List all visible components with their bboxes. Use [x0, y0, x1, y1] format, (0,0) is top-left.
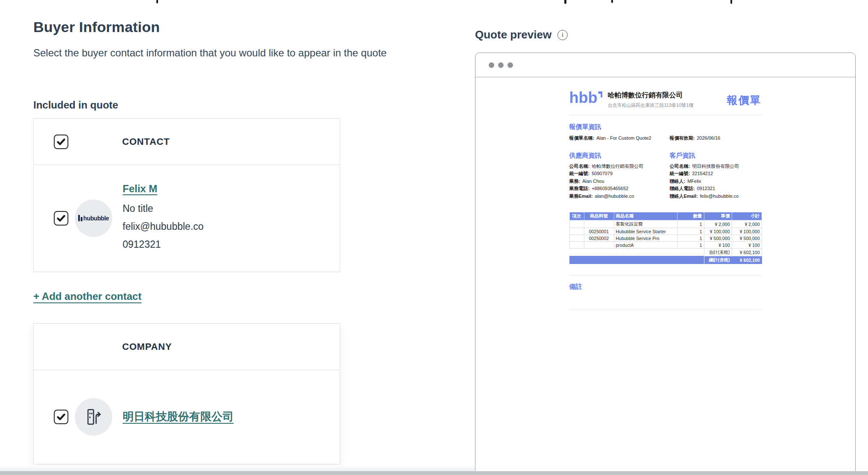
check-icon [56, 213, 66, 223]
customer-heading: 客戶資訊 [670, 152, 762, 160]
quote-validity-field: 報價有效期:2026/06/16 [670, 135, 721, 142]
cropped-text-fragment [564, 0, 566, 4]
supplier-heading: 供應商資訊 [569, 152, 670, 160]
quote-info-heading: 報價單資訊 [569, 123, 762, 131]
table-row: 00250001 Hububble Service Starter 1 ¥ 10… [569, 228, 762, 235]
company-checkbox[interactable] [54, 410, 68, 424]
contact-card-title: CONTACT [122, 136, 170, 147]
cropped-text-fragment [730, 0, 732, 4]
included-in-quote-label: Included in quote [33, 99, 118, 111]
subtotal-row: 合計(未稅) ¥ 602,100 [569, 249, 762, 256]
customer-row: 聯絡人:MFelix [670, 178, 762, 185]
check-icon [56, 137, 66, 147]
info-icon[interactable]: i [557, 30, 568, 40]
supplier-row: 業務:Alan Chou [569, 178, 670, 185]
cropped-text-fragment [156, 0, 158, 3]
content-bottom-shadow [0, 465, 475, 471]
hububble-logo-icon: hububble [78, 215, 109, 221]
contact-group-checkbox[interactable] [54, 135, 68, 149]
quote-name-field: 報價單名稱:Alan - For Custom Quote2 [569, 135, 670, 142]
contact-avatar: hububble [75, 199, 112, 237]
total-row: 總計(含稅) ¥ 602,100 [569, 256, 762, 264]
vendor-name: 哈帕博數位行銷有限公司 [607, 91, 693, 100]
quote-preview-title: Quote preview [475, 28, 551, 41]
contact-phone: 0912321 [123, 235, 204, 253]
hbb-logo-icon: hbb [569, 91, 603, 105]
contact-name-link[interactable]: Felix M [123, 183, 157, 195]
table-row: 客製化設定費 1 ¥ 2,000 ¥ 2,000 [569, 220, 762, 228]
supplier-row: 業務Email:alan@hububble.co [569, 193, 670, 200]
table-row: 00250002 Hububble Service Pro 1 ¥ 500,00… [569, 235, 762, 242]
company-avatar [75, 398, 112, 436]
table-header-row: 項次 商品料號 商品名稱 數量 單價 小計 [569, 212, 762, 220]
quote-document: hbb 哈帕博數位行銷有限公司 台北市松山區民生東路三段113巷10號1樓 報價… [569, 77, 762, 310]
customer-row: 聯絡人電話:0912321 [670, 185, 762, 193]
table-row: productA 1 ¥ 100 ¥ 100 [569, 242, 762, 249]
company-card: COMPANY 明日科技股份有限公司 [33, 323, 340, 464]
supplier-row: 業務電話:+8860935465652 [569, 185, 670, 193]
notes-heading: 備註 [569, 283, 762, 291]
supplier-row: 統一編號:50907079 [569, 170, 670, 178]
page-subtitle: Select the buyer contact information tha… [33, 44, 409, 62]
contact-card-header: CONTACT [34, 119, 340, 165]
company-name-link[interactable]: 明日科技股份有限公司 [123, 409, 234, 424]
add-another-contact-link[interactable]: + Add another contact [33, 290, 141, 302]
company-card-title: COMPANY [122, 341, 172, 352]
horizontal-scrollbar[interactable] [0, 471, 868, 475]
preview-window-bar [475, 53, 855, 77]
customer-row: 聯絡人Email:felix@hububble.co [670, 193, 762, 200]
company-row: 明日科技股份有限公司 [34, 370, 340, 463]
page-title: Buyer Information [33, 19, 160, 35]
building-icon [84, 407, 103, 427]
company-card-header: COMPANY [34, 324, 340, 370]
supplier-row: 公司名稱:哈帕博數位行銷有限公司 [569, 163, 670, 170]
window-dots-icon [489, 62, 513, 68]
contact-email: felix@hububble.co [123, 217, 204, 235]
cropped-text-fragment [611, 0, 613, 3]
contact-checkbox[interactable] [54, 211, 68, 226]
customer-row: 統一編號:22154212 [670, 170, 762, 178]
line-items-table: 項次 商品料號 商品名稱 數量 單價 小計 客製化設定費 1 ¥ 2,000 ¥… [569, 212, 762, 264]
vendor-address: 台北市松山區民生東路三段113巷10號1樓 [607, 102, 693, 108]
contact-card: CONTACT hububble Felix M No title felix@… [33, 118, 340, 272]
quote-preview-card: hbb 哈帕博數位行銷有限公司 台北市松山區民生東路三段113巷10號1樓 報價… [475, 53, 856, 475]
doc-title: 報價單 [727, 93, 762, 107]
contact-row: hububble Felix M No title felix@hububble… [34, 165, 340, 271]
customer-row: 公司名稱:明日科技股份有限公司 [670, 163, 762, 170]
contact-title: No title [123, 199, 204, 217]
check-icon [56, 412, 66, 422]
